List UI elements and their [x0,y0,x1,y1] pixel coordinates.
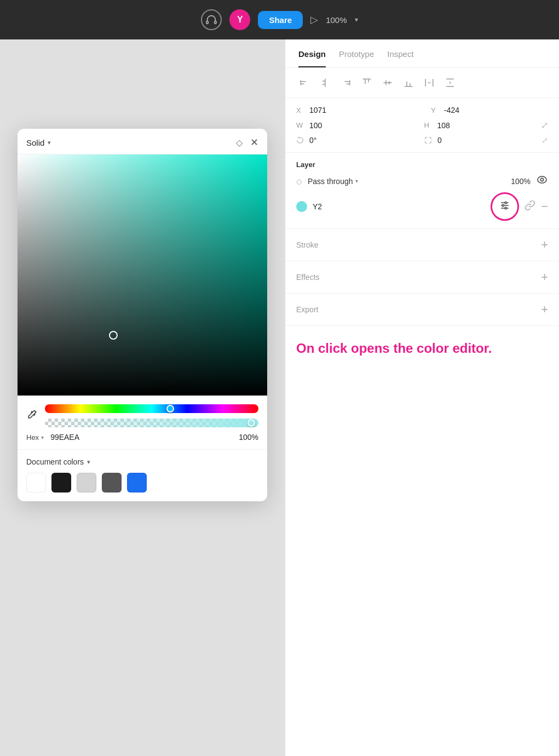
color-type-dropdown[interactable]: Solid ▾ [26,138,51,147]
svg-point-26 [538,176,546,183]
x-label: X [296,106,305,114]
y2-color-swatch[interactable] [296,201,307,212]
play-icon[interactable]: ▷ [310,14,318,26]
blend-chevron-icon: ▾ [355,178,358,184]
hex-label[interactable]: Hex ▾ [26,433,44,442]
rotation-value[interactable]: 0° [309,136,407,145]
corner-radius-icon [424,136,432,144]
hue-slider[interactable] [45,404,258,413]
svg-point-27 [540,178,543,181]
export-label: Export [296,305,318,314]
corners-expand-icon[interactable]: ⤢ [541,136,548,145]
h-value[interactable]: 108 [437,121,535,130]
swatch-blue[interactable] [127,473,147,492]
adjust-settings-button[interactable] [491,192,519,221]
picker-header-icons: ◇ ✕ [236,136,258,148]
add-stroke-icon[interactable]: + [541,238,548,252]
add-effect-icon[interactable]: + [541,270,548,284]
dimensions-section: X 1071 Y -424 W 100 H 108 ⤢ 0° 0 ⤢ [285,98,559,153]
alignment-row [285,68,559,98]
effects-label: Effects [296,273,320,282]
alpha-slider[interactable] [45,419,258,427]
zoom-chevron-icon[interactable]: ▾ [355,16,358,24]
export-section: Export + [285,294,559,326]
sliders-col [45,404,258,427]
align-bottom-icon[interactable] [400,75,417,91]
hex-opacity[interactable]: 100% [239,433,258,442]
align-top-icon[interactable] [359,75,375,91]
topbar-center: Y Share ▷ 100% ▾ [201,9,358,30]
svg-point-32 [502,204,504,206]
add-export-icon[interactable]: + [541,302,548,317]
layer-section-title: Layer [296,161,548,169]
xy-row: X 1071 Y -424 [296,106,548,114]
w-value[interactable]: 100 [309,121,407,130]
hue-thumb[interactable] [166,405,174,413]
align-middle-h-icon[interactable] [379,75,396,91]
swatch-white[interactable] [26,473,46,492]
stroke-label: Stroke [296,240,318,249]
distribute-h-icon[interactable] [421,75,437,91]
link-icon[interactable] [525,200,535,214]
tab-inspect[interactable]: Inspect [387,39,413,67]
hex-chevron-icon: ▾ [41,434,44,440]
svg-rect-0 [206,21,208,24]
tab-prototype[interactable]: Prototype [339,39,374,67]
rotate-icon [296,136,304,144]
alpha-gradient [45,419,258,427]
share-button[interactable]: Share [258,11,303,29]
svg-point-31 [505,202,506,203]
y2-layer-label: Y2 [313,202,485,211]
headphone-icon[interactable] [201,9,222,30]
alpha-thumb[interactable] [247,419,255,427]
right-panel: Design Prototype Inspect [285,39,559,756]
doc-colors-header[interactable]: Document colors ▾ [26,457,258,466]
swatch-light-gray[interactable] [77,473,96,492]
stroke-section: Stroke + [285,229,559,261]
y-value[interactable]: -424 [444,106,548,114]
color-picker-panel: Solid ▾ ◇ ✕ He [18,129,267,501]
blend-mode-dropdown[interactable]: Pass through ▾ [308,177,505,186]
eyedropper-icon[interactable] [26,409,37,423]
remove-layer-icon[interactable]: − [541,199,548,214]
w-label: W [296,121,305,129]
color-swatches [26,473,258,492]
wh-row: W 100 H 108 ⤢ [296,120,548,130]
svg-rect-1 [215,21,216,24]
sliders-area [18,396,267,433]
swatch-dark-gray[interactable] [102,473,122,492]
aspect-ratio-icon[interactable]: ⤢ [541,120,548,130]
hint-text: On click opens the color editor. [285,326,559,366]
align-right-icon[interactable] [338,75,354,91]
swatch-black[interactable] [51,473,71,492]
distribute-v-icon[interactable] [442,75,458,91]
svg-point-33 [505,207,506,209]
close-icon[interactable]: ✕ [250,136,258,148]
opacity-icon[interactable]: ◇ [236,138,243,148]
doc-colors-chevron-icon: ▾ [87,459,90,466]
h-label: H [424,121,433,129]
x-value[interactable]: 1071 [309,106,413,114]
align-left-icon[interactable] [296,75,313,91]
layer-section: Layer ◇ Pass through ▾ 100% Y2 [285,153,559,229]
blend-icon: ◇ [296,177,302,186]
tab-design[interactable]: Design [298,39,326,67]
visibility-icon[interactable] [536,175,548,187]
gradient-canvas[interactable] [18,154,267,396]
corner-radius-value[interactable]: 0 [437,136,535,145]
picker-header: Solid ▾ ◇ ✕ [18,129,267,154]
user-avatar[interactable]: Y [229,9,250,30]
design-tabs: Design Prototype Inspect [285,39,559,68]
y2-layer-row: Y2 [296,192,548,221]
topbar: Y Share ▷ 100% ▾ [0,0,559,39]
align-center-v-icon[interactable] [317,75,333,91]
rot-corner-row: 0° 0 ⤢ [296,136,548,145]
hex-value[interactable]: 99EAEA [50,433,232,442]
zoom-level[interactable]: 100% [326,15,347,25]
opacity-value[interactable]: 100% [511,177,531,186]
y-label: Y [431,106,440,114]
adjust-icon [499,200,510,214]
hex-row: Hex ▾ 99EAEA 100% [18,433,267,450]
type-chevron-icon: ▾ [48,139,51,146]
gradient-cursor[interactable] [109,331,118,340]
